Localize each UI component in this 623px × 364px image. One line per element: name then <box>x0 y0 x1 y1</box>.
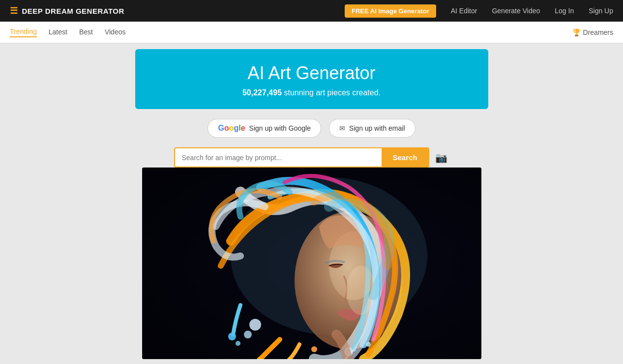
google-icon: Google <box>218 124 245 133</box>
subnav-item-trending[interactable]: Trending <box>10 28 37 37</box>
generate-video-link[interactable]: Generate Video <box>492 7 540 15</box>
sign-up-link[interactable]: Sign Up <box>589 7 613 15</box>
camera-search-button[interactable]: 📷 <box>433 150 449 166</box>
svg-point-11 <box>311 346 317 352</box>
search-button[interactable]: Search <box>382 148 428 167</box>
svg-point-10 <box>244 331 252 338</box>
brand: ☰ DEEP DREAM GENERATOR <box>10 5 124 16</box>
email-signup-button[interactable]: ✉ Sign up with email <box>329 119 415 138</box>
menu-icon[interactable]: ☰ <box>10 5 18 16</box>
signup-row: Google Sign up with Google ✉ Sign up wit… <box>208 119 415 138</box>
svg-point-9 <box>249 319 261 331</box>
subnav-item-latest[interactable]: Latest <box>49 28 67 37</box>
hero-count: 50,227,495 <box>242 88 282 97</box>
hero-banner: AI Art Generator 50,227,495 stunning art… <box>135 49 488 109</box>
svg-point-13 <box>366 342 371 347</box>
email-icon: ✉ <box>339 124 345 132</box>
ai-editor-link[interactable]: AI Editor <box>451 7 477 15</box>
free-ai-button[interactable]: FREE AI Image Generator <box>345 4 436 18</box>
search-row: Search 📷 <box>174 147 449 168</box>
navbar: ☰ DEEP DREAM GENERATOR FREE AI Image Gen… <box>0 0 623 22</box>
art-svg <box>142 168 481 359</box>
trophy-icon: 🏆 <box>572 28 581 36</box>
dreamers-link[interactable]: 🏆 Dreamers <box>572 28 613 36</box>
hero-title: AI Art Generator <box>145 63 478 84</box>
featured-image <box>142 168 481 359</box>
subnav: Trending Latest Best Videos 🏆 Dreamers <box>0 22 623 43</box>
subnav-item-videos[interactable]: Videos <box>105 28 126 37</box>
google-signup-label: Sign up with Google <box>249 124 311 132</box>
log-in-link[interactable]: Log In <box>555 7 574 15</box>
subnav-item-best[interactable]: Best <box>79 28 93 37</box>
dreamers-label: Dreamers <box>583 28 613 36</box>
search-input[interactable] <box>175 148 382 167</box>
subnav-items: Trending Latest Best Videos <box>10 28 125 37</box>
google-signup-button[interactable]: Google Sign up with Google <box>208 119 321 138</box>
svg-point-7 <box>228 333 236 340</box>
hero-subtitle: 50,227,495 stunning art pieces created. <box>145 88 478 97</box>
search-input-wrapper: Search <box>174 147 429 168</box>
svg-point-8 <box>236 341 240 346</box>
hero-subtitle-text: stunning art pieces created. <box>282 88 381 97</box>
main-content: AI Art Generator 50,227,495 stunning art… <box>0 43 623 359</box>
brand-name: DEEP DREAM GENERATOR <box>22 7 124 15</box>
email-signup-label: Sign up with email <box>349 124 405 132</box>
camera-icon: 📷 <box>435 152 447 163</box>
